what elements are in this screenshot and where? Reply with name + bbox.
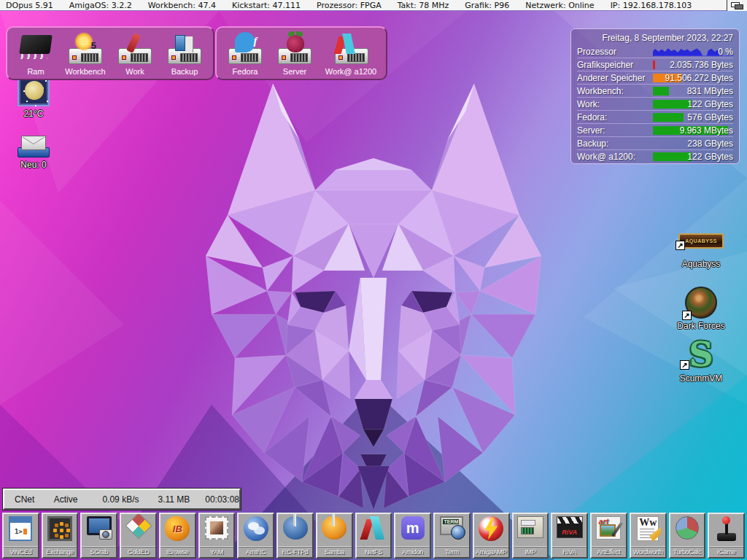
joystick-ball [722, 516, 730, 524]
link-arrow-icon: ↗ [680, 360, 689, 370]
row-value: 0 % [718, 47, 733, 57]
dock-item-netfs[interactable]: NetFS [355, 513, 392, 559]
usage-bar [653, 152, 692, 161]
workbench-glyph: 5 [91, 40, 96, 51]
dock-item-label: IMP [514, 547, 548, 557]
icon-glyph: art [598, 517, 608, 526]
usage-bar [653, 100, 692, 109]
dock-item-fedora[interactable]: f Fedora [224, 32, 266, 76]
dock-item-riva[interactable]: RiVA RiVA [551, 513, 588, 559]
dock-item-amirc[interactable]: AmIRC [237, 513, 274, 559]
dock-item-backup[interactable]: Backup [163, 32, 206, 76]
dock-item-label: Samba [317, 547, 352, 557]
dock-item-sgrab[interactable]: SGrab [80, 513, 117, 559]
menubar-clock-speed: Takt: 78 MHz [392, 1, 460, 10]
screen-grab-icon [87, 516, 112, 535]
dock-item-label: Ram [15, 67, 57, 76]
desktop-icon-dark-forces[interactable]: ↗ Dark Forces [675, 287, 727, 331]
dock-item-yam[interactable]: YAM [198, 513, 236, 559]
boing-ball-bolt-icon [479, 516, 503, 541]
envelope-glyph [21, 136, 46, 150]
link-arrow-icon: ↗ [682, 311, 692, 320]
dock-item-label: Work@ a1200 [323, 67, 379, 76]
row-value: 831 MBytes [687, 86, 733, 96]
row-value: 2.035.736 Bytes [670, 60, 733, 70]
fedora-drive-icon: f [235, 32, 255, 52]
pie-chart-icon [676, 516, 699, 540]
desktop-icon-mail[interactable]: Neu: 0 [10, 136, 57, 170]
dock-item-label: ViNCEd [4, 547, 38, 557]
dock-item-label: Exchange [43, 547, 77, 557]
dock-item-label: ArtEffect [592, 547, 626, 557]
cpu-history-graph: 0 % [653, 47, 733, 56]
row-label: Backup: [577, 139, 653, 149]
desktop-icon-weather[interactable]: 21°C [10, 74, 57, 119]
desktop-icon-aquabyss[interactable]: AQUABYSS ↗ Aquabyss [675, 233, 727, 269]
row-label: Anderer Speicher [577, 73, 653, 83]
cnet-transfer-rate: 0.09 kB/s [102, 494, 158, 505]
cnet-state: Active [54, 494, 103, 505]
dock-item-label: Backup [163, 67, 206, 76]
cnet-status-window[interactable]: CNet Active 0.09 kB/s 3.11 MB 00:03:08 [3, 489, 241, 510]
menubar-kickstart-version: Kickstart: 47.111 [226, 1, 311, 10]
menubar-amigaos-version: AmigaOS: 3.2.2 [63, 1, 142, 10]
row-bar-area: 9.963 MBytes [653, 126, 733, 135]
dock-item-term[interactable]: TERM Term [433, 513, 471, 559]
dock-item-rc-ftpd[interactable]: RC-FTPd [276, 513, 314, 559]
icon-label: Neu: 0 [10, 160, 57, 170]
dock-item-label: SGrab [82, 547, 116, 557]
dock-item-label: iGame [709, 547, 743, 557]
wolf-wallpaper-art [206, 72, 541, 510]
cnet-transferred-bytes: 3.11 MB [158, 494, 205, 505]
cnet-uptime: 00:03:08 [205, 494, 239, 505]
dock-item-vinced[interactable]: 1> ViNCEd [2, 513, 39, 559]
row-bar-area: 122 GBytes [653, 152, 733, 161]
row-bar-area: 91.506.272 Bytes [653, 74, 733, 82]
row-bar-area: 238 GBytes [653, 139, 733, 148]
dock-item-golded[interactable]: GoldED [120, 513, 157, 559]
dock-item-ibrowse[interactable]: IB IBrowse [159, 513, 196, 559]
dock-item-label: AmigaAMP [474, 547, 508, 557]
dock-item-ram[interactable]: Ram [15, 32, 57, 76]
dock-item-label: Term [435, 547, 469, 557]
dock-item-server[interactable]: Server [274, 32, 316, 76]
icon-label: Dark Forces [675, 321, 727, 331]
dock-item-workbench[interactable]: 5 Workbench [64, 32, 107, 76]
icon-glyph: Ww [639, 517, 657, 529]
dock-item-label: Amidon [395, 547, 430, 557]
row-label: Fedora: [577, 112, 653, 122]
screen-depth-gadget-icon[interactable] [727, 0, 747, 11]
icon-glyph: 1> [15, 528, 23, 535]
ftp-rock-antenna-icon [283, 516, 308, 540]
icon-glyph: m [406, 517, 419, 539]
row-label: Grafikspeicher [577, 60, 653, 70]
desktop-icon-scummvm[interactable]: S ↗ ScummVM [675, 338, 727, 384]
menubar-network-status: Netzwerk: Online [519, 1, 604, 10]
dock-item-turbocalc[interactable]: TurboCalc [669, 513, 706, 559]
usage-bar [653, 61, 655, 69]
ram-chip-icon [19, 35, 53, 54]
dock-item-exchange[interactable]: Exchange [42, 513, 79, 559]
dock-item-imp[interactable]: IMP [512, 513, 549, 559]
application-dock: 1> ViNCEd Exchange SGrab GoldED IB IBrow… [0, 512, 747, 560]
dock-item-samba[interactable]: Samba [316, 513, 353, 559]
film-clapper-icon: RiVA [557, 516, 583, 538]
icon-label: Aquabyss [675, 259, 727, 269]
panel-row-work: Work: 122 GBytes [577, 98, 733, 111]
menubar-ip-address: IP: 192.168.178.103 [605, 1, 703, 10]
dock-item-amigaamp[interactable]: AmigaAMP [473, 513, 510, 559]
panel-row-server: Server: 9.963 MBytes [577, 124, 733, 137]
terminal-globe-icon: TERM [440, 516, 463, 535]
dock-item-work-a1200[interactable]: Work@ a1200 [323, 32, 379, 76]
dock-item-igame[interactable]: iGame [708, 513, 745, 559]
row-value: 238 GBytes [687, 139, 733, 149]
dock-item-wordworth[interactable]: Ww Wordworth [630, 513, 667, 559]
row-label: Server: [577, 125, 653, 136]
dock-item-arteffect[interactable]: art ArtEffect [590, 513, 627, 559]
dock-item-amidon[interactable]: m Amidon [394, 513, 431, 559]
dock-item-label: Workbench [64, 67, 107, 76]
dock-item-work[interactable]: Work [114, 32, 156, 76]
stereo-rack-icon [517, 516, 543, 538]
row-value: 122 GBytes [687, 99, 733, 109]
moon-glyph [25, 81, 44, 100]
